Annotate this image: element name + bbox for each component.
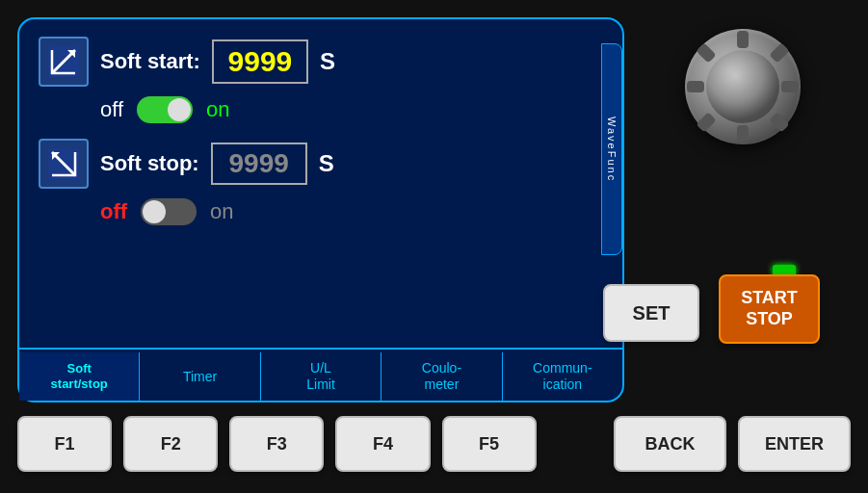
svg-rect-7 <box>737 125 749 143</box>
soft-stop-knob <box>143 200 166 223</box>
soft-stop-on-label: on <box>210 199 233 224</box>
soft-stop-value-box[interactable]: 9999 <box>211 143 307 185</box>
tab-timer[interactable]: Timer <box>140 352 260 401</box>
soft-start-off-label: off <box>100 97 123 122</box>
svg-rect-9 <box>781 81 799 92</box>
soft-start-icon <box>39 37 89 87</box>
soft-start-row: Soft start: 9999 S <box>39 37 603 87</box>
svg-rect-13 <box>769 112 789 132</box>
tab-coulometer[interactable]: Coulo-meter <box>381 352 502 401</box>
soft-stop-row: Soft stop: 9999 S <box>39 139 603 189</box>
svg-rect-6 <box>737 31 749 48</box>
main-panel: Soft start: 9999 S off on <box>17 17 624 402</box>
soft-start-value: 9999 <box>228 45 293 77</box>
soft-start-on-label: on <box>206 97 229 122</box>
soft-start-value-box[interactable]: 9999 <box>212 39 308 84</box>
soft-stop-label: Soft stop: <box>100 151 199 176</box>
tab-communication[interactable]: Commun-ication <box>503 352 622 401</box>
f1-button[interactable]: F1 <box>17 416 112 472</box>
svg-rect-12 <box>696 112 716 132</box>
f4-button[interactable]: F4 <box>335 416 430 472</box>
start-stop-button[interactable]: START STOP <box>719 274 820 344</box>
f3-button[interactable]: F3 <box>229 416 324 472</box>
soft-start-knob <box>168 98 191 121</box>
back-button[interactable]: BACK <box>614 416 726 472</box>
knob-container <box>685 29 810 154</box>
tab-bar: Softstart/stop Timer U/LLimit Coulo-mete… <box>19 348 622 401</box>
soft-start-toggle[interactable] <box>137 96 193 123</box>
svg-rect-8 <box>687 81 704 92</box>
bottom-keys: F1 F2 F3 F4 F5 BACK ENTER <box>17 416 851 472</box>
soft-stop-toggle-row: off on <box>100 198 603 225</box>
soft-start-toggle-row: off on <box>100 96 603 123</box>
svg-point-14 <box>706 50 779 123</box>
wave-func-label[interactable]: WaveFunc <box>601 43 622 255</box>
soft-stop-unit: S <box>319 150 334 177</box>
enter-button[interactable]: ENTER <box>738 416 851 472</box>
svg-rect-11 <box>769 42 789 63</box>
soft-stop-off-label: off <box>100 199 127 224</box>
soft-stop-value: 9999 <box>229 148 289 178</box>
set-button[interactable]: SET <box>603 284 699 342</box>
soft-start-unit: S <box>320 48 335 75</box>
f5-button[interactable]: F5 <box>442 416 537 472</box>
tab-soft-start-stop[interactable]: Softstart/stop <box>19 352 140 401</box>
soft-stop-icon <box>39 139 89 189</box>
f2-button[interactable]: F2 <box>123 416 218 472</box>
control-knob[interactable] <box>685 29 801 144</box>
tab-ul-limit[interactable]: U/LLimit <box>261 352 381 401</box>
soft-stop-toggle[interactable] <box>141 198 197 225</box>
panel-content: Soft start: 9999 S off on <box>19 19 622 225</box>
svg-rect-10 <box>696 42 716 63</box>
soft-start-label: Soft start: <box>100 49 200 74</box>
